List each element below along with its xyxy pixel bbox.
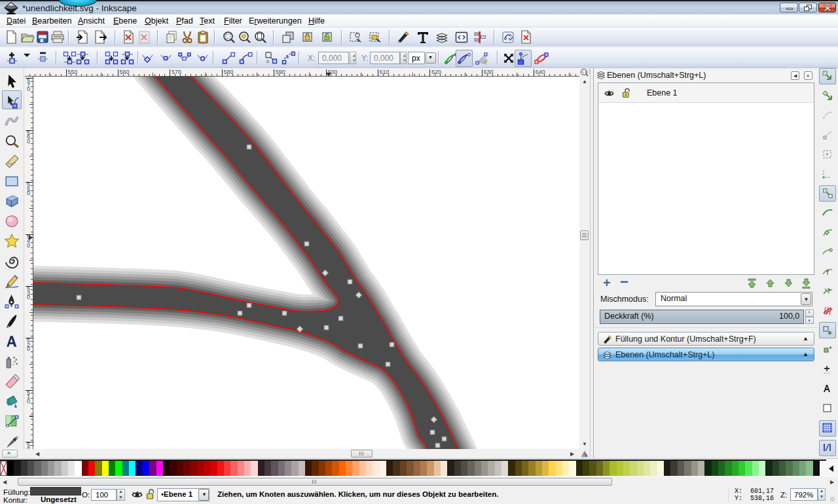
svg-text:1:1: 1:1 xyxy=(582,70,587,74)
